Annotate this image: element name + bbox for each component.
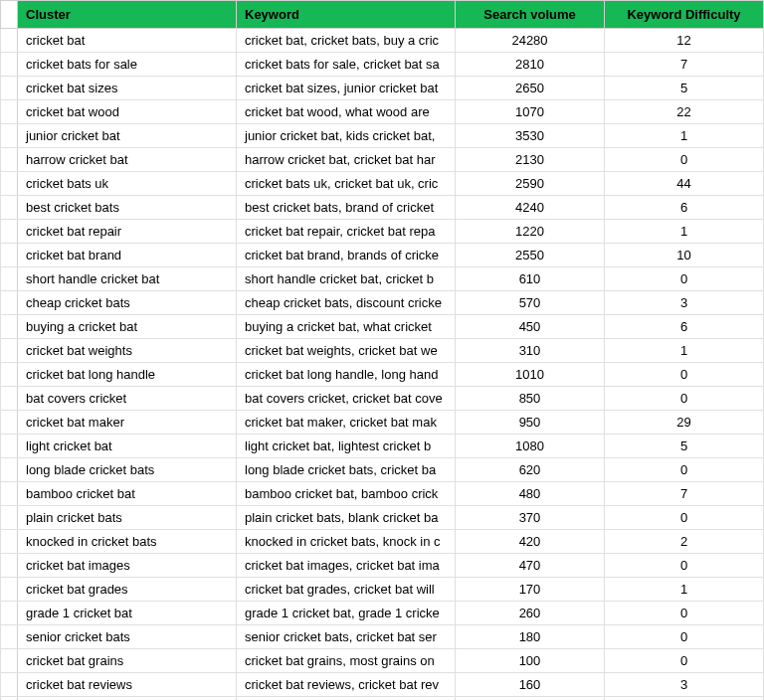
cell-difficulty[interactable]: 0 (605, 267, 764, 291)
cell-volume[interactable]: 950 (456, 411, 605, 435)
cell-cluster[interactable]: cricket bats for sale (18, 53, 237, 77)
cell-volume[interactable]: 570 (456, 291, 605, 315)
table-row[interactable]: low middle cricket batlow middle cricket… (1, 697, 764, 701)
cell-volume[interactable]: 2810 (456, 53, 605, 77)
cell-cluster[interactable]: cricket bat weights (18, 339, 237, 363)
cell-difficulty[interactable]: 29 (605, 411, 764, 435)
cell-volume[interactable]: 620 (456, 458, 605, 482)
cell-cluster[interactable]: cricket bat reviews (18, 673, 237, 697)
cell-difficulty[interactable]: 10 (605, 244, 764, 267)
cell-cluster[interactable]: cheap cricket bats (18, 291, 237, 315)
cell-volume[interactable]: 1220 (456, 220, 605, 244)
cell-cluster[interactable]: senior cricket bats (18, 625, 237, 649)
table-row[interactable]: cricket bat sizescricket bat sizes, juni… (1, 77, 764, 100)
table-row[interactable]: long blade cricket batslong blade cricke… (1, 458, 764, 482)
cell-volume[interactable]: 1010 (456, 363, 605, 387)
cell-keyword[interactable]: cricket bat grains, most grains on (237, 649, 456, 673)
table-row[interactable]: short handle cricket batshort handle cri… (1, 267, 764, 291)
table-row[interactable]: cricket bat grainscricket bat grains, mo… (1, 649, 764, 673)
cell-difficulty[interactable]: 0 (605, 458, 764, 482)
cell-volume[interactable]: 450 (456, 315, 605, 339)
cell-keyword[interactable]: best cricket bats, brand of cricket (237, 196, 456, 220)
cell-cluster[interactable]: cricket bat wood (18, 100, 237, 124)
table-row[interactable]: cricket bat long handlecricket bat long … (1, 363, 764, 387)
table-row[interactable]: knocked in cricket batsknocked in cricke… (1, 530, 764, 554)
table-row[interactable]: cricket bats for salecricket bats for sa… (1, 53, 764, 77)
table-row[interactable]: cricket batcricket bat, cricket bats, bu… (1, 29, 764, 53)
cell-cluster[interactable]: cricket bat brand (18, 244, 237, 267)
cell-keyword[interactable]: plain cricket bats, blank cricket ba (237, 506, 456, 530)
cell-volume[interactable]: 2590 (456, 172, 605, 196)
cell-volume[interactable]: 24280 (456, 29, 605, 53)
cell-volume[interactable]: 1070 (456, 100, 605, 124)
cell-difficulty[interactable]: 1 (605, 578, 764, 602)
cell-volume[interactable]: 850 (456, 387, 605, 411)
cell-keyword[interactable]: senior cricket bats, cricket bat ser (237, 625, 456, 649)
cell-volume[interactable]: 2550 (456, 244, 605, 267)
cell-keyword[interactable]: cricket bat wood, what wood are (237, 100, 456, 124)
cell-cluster[interactable]: cricket bat grades (18, 578, 237, 602)
table-row[interactable]: buying a cricket batbuying a cricket bat… (1, 315, 764, 339)
cell-keyword[interactable]: knocked in cricket bats, knock in c (237, 530, 456, 554)
table-row[interactable]: bamboo cricket batbamboo cricket bat, ba… (1, 482, 764, 506)
cell-difficulty[interactable]: 44 (605, 172, 764, 196)
cell-keyword[interactable]: bat covers cricket, cricket bat cove (237, 387, 456, 411)
cell-difficulty[interactable]: 0 (605, 649, 764, 673)
cell-difficulty[interactable]: 7 (605, 482, 764, 506)
cell-keyword[interactable]: light cricket bat, lightest cricket b (237, 435, 456, 458)
cell-volume[interactable]: 420 (456, 530, 605, 554)
cell-difficulty[interactable]: 0 (605, 506, 764, 530)
cell-keyword[interactable]: short handle cricket bat, cricket b (237, 267, 456, 291)
cell-volume[interactable]: 370 (456, 506, 605, 530)
cell-difficulty[interactable]: 7 (605, 53, 764, 77)
cell-cluster[interactable]: bat covers cricket (18, 387, 237, 411)
cell-volume[interactable]: 180 (456, 625, 605, 649)
cell-cluster[interactable]: cricket bats uk (18, 172, 237, 196)
cell-volume[interactable]: 120 (456, 697, 605, 701)
cell-difficulty[interactable]: 1 (605, 220, 764, 244)
cell-keyword[interactable]: cricket bats for sale, cricket bat sa (237, 53, 456, 77)
table-row[interactable]: cricket bat gradescricket bat grades, cr… (1, 578, 764, 602)
cell-difficulty[interactable]: 0 (605, 387, 764, 411)
cell-cluster[interactable]: junior cricket bat (18, 124, 237, 148)
table-row[interactable]: bat covers cricketbat covers cricket, cr… (1, 387, 764, 411)
cell-difficulty[interactable]: 2 (605, 530, 764, 554)
cell-cluster[interactable]: cricket bat images (18, 554, 237, 578)
cell-keyword[interactable]: cricket bat, cricket bats, buy a cric (237, 29, 456, 53)
cell-cluster[interactable]: low middle cricket bat (18, 697, 237, 701)
table-row[interactable]: cricket bat imagescricket bat images, cr… (1, 554, 764, 578)
cell-volume[interactable]: 470 (456, 554, 605, 578)
header-keyword[interactable]: Keyword (237, 1, 456, 29)
cell-cluster[interactable]: plain cricket bats (18, 506, 237, 530)
cell-volume[interactable]: 260 (456, 602, 605, 625)
cell-volume[interactable]: 610 (456, 267, 605, 291)
cell-difficulty[interactable]: 6 (605, 315, 764, 339)
cell-volume[interactable]: 160 (456, 673, 605, 697)
cell-difficulty[interactable]: 0 (605, 363, 764, 387)
cell-cluster[interactable]: cricket bat sizes (18, 77, 237, 100)
cell-keyword[interactable]: cricket bat grades, cricket bat will (237, 578, 456, 602)
cell-cluster[interactable]: knocked in cricket bats (18, 530, 237, 554)
cell-keyword[interactable]: grade 1 cricket bat, grade 1 cricke (237, 602, 456, 625)
cell-difficulty[interactable]: 0 (605, 602, 764, 625)
table-row[interactable]: cricket bats ukcricket bats uk, cricket … (1, 172, 764, 196)
cell-difficulty[interactable]: 12 (605, 29, 764, 53)
cell-difficulty[interactable]: 1 (605, 124, 764, 148)
cell-volume[interactable]: 2130 (456, 148, 605, 172)
cell-keyword[interactable]: harrow cricket bat, cricket bat har (237, 148, 456, 172)
cell-volume[interactable]: 4240 (456, 196, 605, 220)
cell-keyword[interactable]: bamboo cricket bat, bamboo crick (237, 482, 456, 506)
cell-keyword[interactable]: cricket bat weights, cricket bat we (237, 339, 456, 363)
cell-difficulty[interactable]: 0 (605, 554, 764, 578)
cell-difficulty[interactable]: 0 (605, 625, 764, 649)
cell-cluster[interactable]: buying a cricket bat (18, 315, 237, 339)
cell-keyword[interactable]: low middle cricket bat, low swee (237, 697, 456, 701)
header-volume[interactable]: Search volume (456, 1, 605, 29)
cell-cluster[interactable]: light cricket bat (18, 435, 237, 458)
table-row[interactable]: light cricket batlight cricket bat, ligh… (1, 435, 764, 458)
table-row[interactable]: grade 1 cricket batgrade 1 cricket bat, … (1, 602, 764, 625)
cell-keyword[interactable]: cricket bat repair, cricket bat repa (237, 220, 456, 244)
cell-keyword[interactable]: cricket bat images, cricket bat ima (237, 554, 456, 578)
header-difficulty[interactable]: Keyword Difficulty (605, 1, 764, 29)
cell-cluster[interactable]: cricket bat (18, 29, 237, 53)
